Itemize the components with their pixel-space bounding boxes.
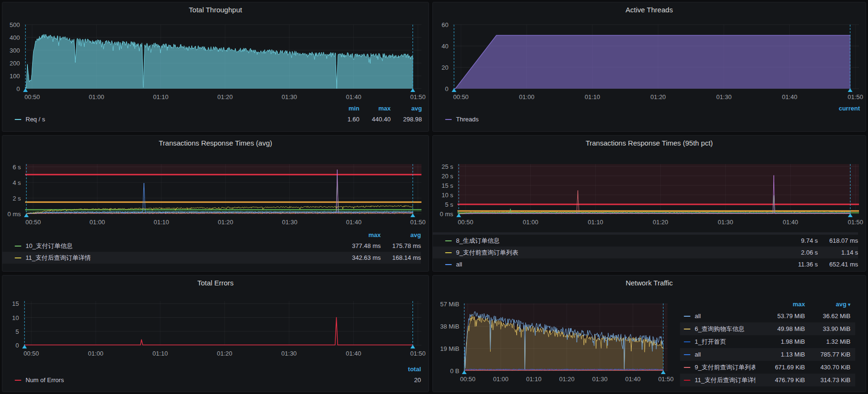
panel-title[interactable]: Transactions Response Times (avg) [2, 139, 429, 147]
chart-canvas[interactable] [464, 303, 668, 371]
panel-total-throughput: Total Throughput 010020030040050000:5001… [2, 2, 429, 132]
legend-row[interactable]: all11.36 s652.41 ms [433, 258, 858, 270]
legend-sort-avg[interactable]: avg [391, 105, 422, 112]
legend-row[interactable]: 11_支付后查询订单详情342.63 ms168.14 ms [2, 252, 421, 264]
legend-value: 1.13 MiB [755, 351, 805, 358]
x-axis-tick-label: 01:50 [410, 219, 426, 226]
panel-title[interactable]: Total Errors [2, 279, 429, 287]
y-axis-tick-label: 20 [433, 64, 448, 71]
legend-label: 11_支付后查询订单详情 [26, 254, 91, 262]
legend-value: 342.63 ms [340, 254, 381, 261]
legend: currentThreads [433, 103, 860, 125]
x-axis-tick-label: 01:50 [410, 350, 426, 357]
legend-sort-max[interactable]: max [359, 105, 391, 112]
legend-row[interactable]: 9_支付前查询订单列表671.69 KiB430.70 KiB [680, 361, 855, 374]
series-line [26, 175, 413, 214]
legend-row[interactable]: Req / s1.60440.40298.98 [2, 113, 422, 125]
panel-title[interactable]: Transactions Response Times (95th pct) [433, 139, 866, 147]
legend-value: 1.14 s [818, 249, 858, 256]
legend-value: 36.62 MiB [805, 312, 850, 320]
legend-sort-current[interactable]: current [827, 105, 860, 112]
chart-canvas[interactable] [25, 164, 421, 214]
chart-canvas[interactable] [457, 164, 859, 214]
y-axis-tick-label: 0 B [433, 367, 459, 375]
legend-sort-max[interactable]: max [755, 301, 805, 308]
legend-row[interactable]: all1.13 MiB785.77 KiB [680, 348, 855, 361]
panel-title[interactable]: Active Threads [433, 6, 866, 14]
legend-row[interactable]: 6_查询购物车信息49.98 MiB33.90 MiB [680, 322, 855, 335]
legend-sort-avg[interactable]: avg [381, 231, 421, 238]
y-axis-tick-label: 15 [2, 300, 19, 307]
x-axis-tick-label: 00:50 [460, 376, 475, 383]
x-axis-tick-label: 01:20 [217, 350, 233, 357]
legend-row[interactable]: 8_生成订单信息9.74 s618.07 ms [433, 235, 858, 247]
legend-value: 168.14 ms [381, 254, 421, 261]
legend-header: maxavg [2, 229, 421, 240]
x-axis-tick-label: 01:50 [848, 93, 863, 101]
panel-response-times-avg: Transactions Response Times (avg) 0 ms2 … [2, 135, 429, 272]
legend-value: 9.74 s [778, 237, 818, 244]
x-axis-tick-label: 01:10 [585, 93, 600, 101]
panel-title[interactable]: Total Throughput [2, 6, 429, 14]
legend-value: 33.90 MiB [805, 325, 850, 332]
x-axis-tick-label: 01:30 [282, 93, 297, 101]
x-axis-tick-label: 01:10 [526, 376, 542, 383]
panel-total-errors: Total Errors 05101500:5001:0001:1001:200… [2, 275, 429, 392]
panel-title[interactable]: Network Traffic [433, 279, 866, 287]
legend-row[interactable]: all53.79 MiB36.62 MiB [680, 310, 855, 322]
y-axis-tick-label: 100 [2, 73, 20, 80]
y-axis-tick-label: 400 [2, 34, 20, 41]
legend-value: 298.98 [391, 116, 422, 123]
legend-value: 440.40 [359, 116, 391, 123]
legend-value: 2.06 s [778, 249, 818, 256]
x-axis-tick-label: 01:00 [89, 219, 105, 226]
series-color-swatch-icon [684, 329, 690, 330]
x-axis-tick-label: 01:40 [346, 93, 361, 101]
legend-value: 1.60 [328, 116, 359, 123]
legend-header: current [433, 103, 860, 113]
y-axis-tick-label: 25 s [433, 163, 453, 170]
legend-row[interactable]: 1_打开首页1.98 MiB1.32 MiB [680, 335, 855, 348]
legend-value: 175.78 ms [381, 242, 421, 249]
legend-row[interactable]: 9_支付前查询订单列表2.06 s1.14 s [433, 247, 858, 258]
x-axis-tick-label: 01:00 [523, 219, 538, 226]
y-axis-tick-label: 200 [2, 60, 20, 67]
legend-sort-avg[interactable]: avg ▾ [805, 301, 850, 308]
y-axis-tick-label: 500 [2, 21, 20, 28]
legend-sort-min[interactable]: min [328, 105, 359, 112]
legend-row[interactable]: Threads [433, 113, 860, 125]
y-axis-tick-label: 10 s [433, 191, 453, 198]
sort-caret-icon: ▾ [846, 302, 850, 307]
y-axis-tick-label: 60 [433, 21, 448, 28]
legend-label: 11_支付后查询订单详情 [695, 376, 755, 385]
x-axis-tick-label: 01:50 [848, 219, 863, 226]
legend-sort-max[interactable]: max [340, 231, 381, 238]
y-axis-tick-label: 5 [2, 328, 19, 335]
x-axis-tick-label: 00:50 [453, 93, 469, 101]
series-area [25, 34, 413, 89]
legend-header: maxavg ▾ [680, 298, 855, 310]
legend-label: 8_生成订单信息 [456, 237, 500, 245]
x-axis-tick-label: 01:20 [651, 93, 666, 101]
series-color-swatch-icon [684, 341, 690, 342]
legend-row[interactable]: 10_支付订单信息377.48 ms175.78 ms [2, 240, 421, 252]
legend-value: 53.79 MiB [755, 312, 805, 320]
y-axis-tick-label: 19 MiB [433, 345, 459, 352]
chart-canvas[interactable] [24, 25, 421, 89]
legend: maxavg10_支付订单信息377.48 ms175.78 ms11_支付后查… [2, 229, 421, 264]
chart-canvas[interactable] [23, 301, 421, 345]
x-axis-tick-label: 01:20 [559, 376, 575, 383]
panel-response-times-95pct: Transactions Response Times (95th pct) 0… [432, 135, 866, 272]
series-color-swatch-icon [15, 119, 21, 120]
legend-label: all [456, 261, 462, 268]
legend: minmaxavgReq / s1.60440.40298.98 [2, 103, 422, 125]
legend-row[interactable]: Num of Errors20 [2, 374, 421, 386]
legend-value: 49.98 MiB [755, 325, 805, 332]
legend-row[interactable]: 11_支付后查询订单详情476.79 KiB314.73 KiB [680, 374, 855, 386]
chart-canvas[interactable] [453, 25, 859, 89]
threshold-region [25, 164, 421, 174]
y-axis-tick-label: 0 [433, 85, 448, 92]
legend-sort-total[interactable]: total [393, 366, 421, 373]
y-axis-tick-label: 20 s [433, 172, 453, 179]
x-axis-tick-label: 01:30 [281, 350, 297, 357]
